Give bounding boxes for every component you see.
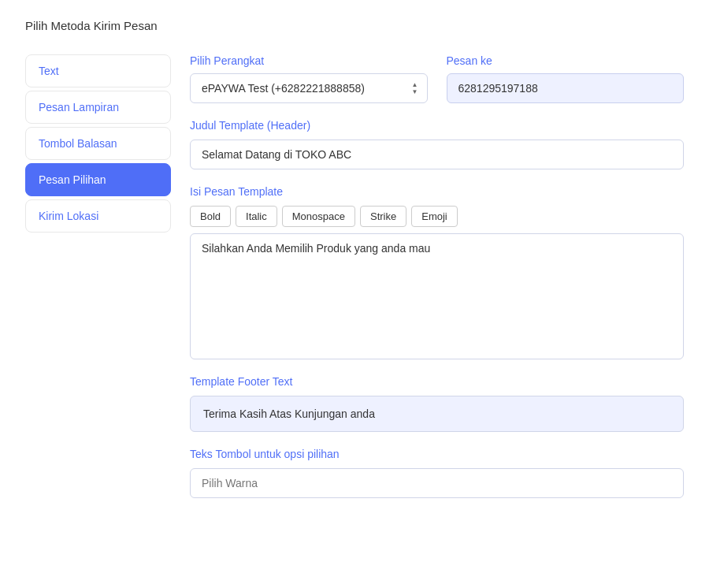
sidebar: Text Pesan Lampiran Tombol Balasan Pesan…: [25, 54, 171, 514]
italic-button[interactable]: Italic: [236, 206, 277, 227]
bold-button[interactable]: Bold: [190, 206, 231, 227]
header-section: Judul Template (Header): [190, 119, 684, 169]
emoji-button[interactable]: Emoji: [411, 206, 458, 227]
device-select[interactable]: ePAYWA Test (+6282221888858): [190, 73, 428, 103]
message-text-anda-mau: anda mau: [381, 242, 430, 255]
content-area: Pilih Perangkat ePAYWA Test (+6282221888…: [190, 54, 684, 514]
device-recipient-row: Pilih Perangkat ePAYWA Test (+6282221888…: [190, 54, 684, 103]
footer-section: Template Footer Text: [190, 375, 684, 432]
sidebar-item-pesan-lampiran[interactable]: Pesan Lampiran: [25, 91, 171, 124]
page-title: Pilih Metoda Kirim Pesan: [25, 19, 684, 32]
message-section: Isi Pesan Template Bold Italic Monospace…: [190, 185, 684, 359]
recipient-group: Pesan ke: [447, 54, 685, 103]
message-body-input[interactable]: Silahkan Anda Memilih Produk yang anda m…: [190, 233, 684, 359]
header-label: Judul Template (Header): [190, 119, 684, 132]
footer-label: Template Footer Text: [190, 375, 684, 388]
recipient-input[interactable]: [447, 73, 685, 103]
button-text-input[interactable]: [190, 468, 684, 498]
sidebar-item-pesan-pilihan[interactable]: Pesan Pilihan: [25, 163, 171, 196]
message-text-yang: yang: [354, 242, 378, 255]
footer-input[interactable]: [190, 396, 684, 432]
sidebar-item-text[interactable]: Text: [25, 54, 171, 87]
button-label: Teks Tombol untuk opsi pilihan: [190, 448, 684, 460]
button-section: Teks Tombol untuk opsi pilihan: [190, 448, 684, 498]
recipient-label: Pesan ke: [447, 54, 685, 67]
monospace-button[interactable]: Monospace: [282, 206, 355, 227]
device-select-wrapper: ePAYWA Test (+6282221888858) ▲ ▼: [190, 73, 428, 103]
header-input[interactable]: [190, 140, 684, 169]
device-label: Pilih Perangkat: [190, 54, 428, 67]
message-text-silahkan: Silahkan Anda Memilih Produk: [202, 242, 351, 255]
message-label: Isi Pesan Template: [190, 185, 684, 198]
strike-button[interactable]: Strike: [360, 206, 406, 227]
formatting-toolbar: Bold Italic Monospace Strike Emoji: [190, 206, 684, 227]
sidebar-item-tombol-balasan[interactable]: Tombol Balasan: [25, 127, 171, 160]
device-group: Pilih Perangkat ePAYWA Test (+6282221888…: [190, 54, 428, 103]
sidebar-item-kirim-lokasi[interactable]: Kirim Lokasi: [25, 199, 171, 233]
